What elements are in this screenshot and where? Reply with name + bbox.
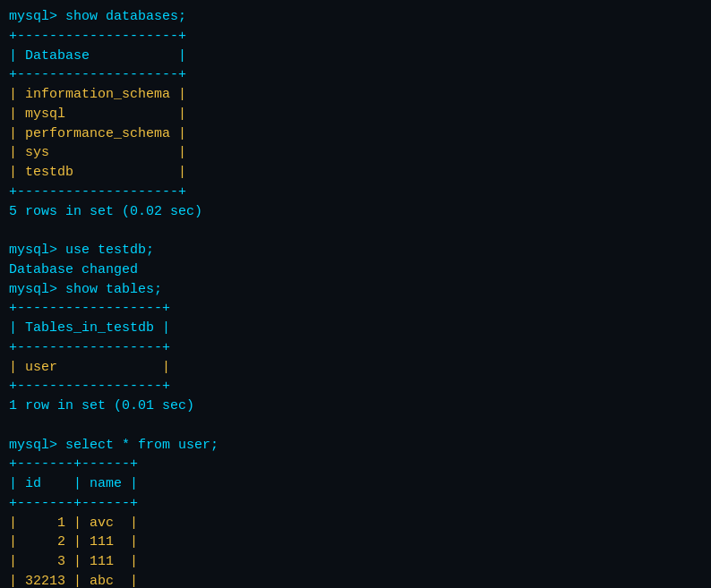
table-row: | 3 | 111 | xyxy=(9,552,702,572)
result-info: Database changed xyxy=(9,260,702,280)
prompt-prefix: mysql> xyxy=(9,243,65,258)
table-header: | Tables_in_testdb | xyxy=(9,319,702,338)
prompt-command: select * from user; xyxy=(65,438,218,453)
table-row: | user | xyxy=(9,358,702,378)
table-row: | 1 | avc | xyxy=(9,514,702,533)
table-border: +-------+------+ xyxy=(9,455,702,474)
table-row: | 2 | 111 | xyxy=(9,533,702,552)
prompt-prefix: mysql> xyxy=(9,282,65,297)
terminal-line: mysql> use testdb; xyxy=(9,241,702,260)
terminal-line: mysql> select * from user; xyxy=(9,436,702,456)
table-row: | sys | xyxy=(9,143,702,163)
table-row: | information_schema | xyxy=(9,85,702,105)
terminal-line xyxy=(9,416,702,436)
table-row: | 32213 | abc | xyxy=(9,572,702,588)
prompt-prefix: mysql> xyxy=(9,9,65,24)
result-info: 5 rows in set (0.02 sec) xyxy=(9,202,702,222)
result-info: 1 row in set (0.01 sec) xyxy=(9,396,702,416)
prompt-prefix: mysql> xyxy=(9,438,65,453)
terminal-line xyxy=(9,221,702,241)
table-border: +-------+------+ xyxy=(9,494,702,514)
table-header: | id | name | xyxy=(9,474,702,494)
table-border: +--------------------+ xyxy=(9,65,702,85)
terminal: mysql> show databases;+-----------------… xyxy=(9,7,702,588)
table-border: +------------------+ xyxy=(9,338,702,358)
prompt-command: use testdb; xyxy=(65,243,154,258)
terminal-line: mysql> show tables; xyxy=(9,280,702,300)
table-border: +------------------+ xyxy=(9,377,702,396)
table-border: +--------------------+ xyxy=(9,27,702,47)
table-row: | performance_schema | xyxy=(9,124,702,144)
table-row: | testdb | xyxy=(9,163,702,183)
table-row: | mysql | xyxy=(9,105,702,124)
table-border: +--------------------+ xyxy=(9,183,702,202)
terminal-line: mysql> show databases; xyxy=(9,7,702,27)
table-header: | Database | xyxy=(9,47,702,66)
table-border: +------------------+ xyxy=(9,299,702,319)
prompt-command: show tables; xyxy=(65,282,162,297)
prompt-command: show databases; xyxy=(65,9,186,24)
